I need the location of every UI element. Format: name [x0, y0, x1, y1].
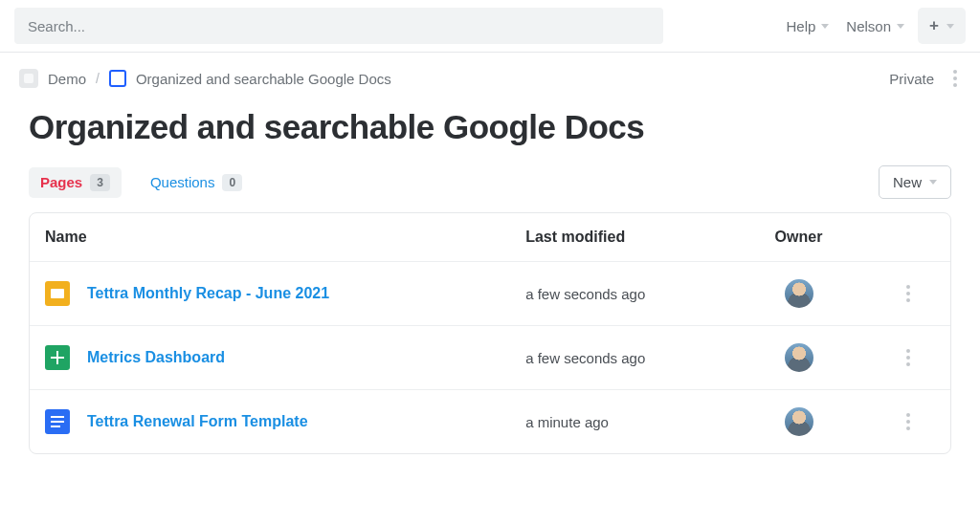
table-row: Tettra Renewal Form Template a minute ag… — [30, 389, 950, 453]
breadcrumb-current: Organized and searchable Google Docs — [136, 71, 391, 87]
tab-pages[interactable]: Pages 3 — [29, 167, 122, 198]
chevron-down-icon — [947, 24, 954, 29]
tab-row: Pages 3 Questions 0 New — [0, 165, 980, 212]
new-button-label: New — [893, 174, 922, 190]
plus-icon: + — [929, 16, 939, 35]
docs-icon — [45, 409, 70, 434]
chevron-down-icon — [929, 180, 937, 185]
avatar[interactable] — [785, 407, 813, 436]
sheets-icon — [45, 345, 70, 370]
avatar[interactable] — [785, 279, 813, 308]
avatar[interactable] — [785, 343, 813, 372]
workspace-icon — [19, 69, 38, 88]
breadcrumb-root[interactable]: Demo — [48, 71, 86, 87]
doc-table: Name Last modified Owner Tettra Monthly … — [29, 212, 951, 454]
doc-link[interactable]: Tettra Renewal Form Template — [87, 413, 308, 430]
col-modified: Last modified — [525, 229, 774, 246]
row-more-menu[interactable] — [902, 345, 914, 370]
tab-questions-label: Questions — [150, 174, 215, 190]
col-name: Name — [45, 229, 525, 246]
breadcrumb: Demo / Organized and searchable Google D… — [0, 53, 980, 91]
folder-icon — [109, 70, 126, 87]
new-button[interactable]: New — [879, 165, 951, 199]
tab-pages-count: 3 — [90, 174, 110, 191]
row-more-menu[interactable] — [902, 409, 914, 434]
table-header: Name Last modified Owner — [30, 213, 950, 261]
tab-questions-count: 0 — [222, 174, 242, 191]
table-row: Tettra Monthly Recap - June 2021 a few s… — [30, 261, 950, 325]
user-label: Nelson — [846, 18, 891, 34]
slides-icon — [45, 281, 70, 306]
search-input[interactable] — [14, 8, 663, 44]
page-title: Organized and searchable Google Docs — [0, 91, 980, 165]
doc-link[interactable]: Metrics Dashboard — [87, 349, 225, 366]
chevron-down-icon — [897, 24, 904, 29]
create-button[interactable]: + — [918, 8, 966, 44]
modified-cell: a minute ago — [525, 414, 774, 430]
topbar: Help Nelson + — [0, 0, 980, 53]
tab-questions[interactable]: Questions 0 — [139, 167, 254, 198]
row-more-menu[interactable] — [902, 281, 914, 306]
chevron-down-icon — [821, 24, 829, 29]
help-menu[interactable]: Help — [783, 12, 834, 40]
page-more-menu[interactable] — [949, 66, 961, 91]
col-owner: Owner — [775, 229, 882, 246]
table-row: Metrics Dashboard a few seconds ago — [30, 325, 950, 389]
help-label: Help — [787, 18, 816, 34]
visibility-label[interactable]: Private — [889, 71, 934, 87]
modified-cell: a few seconds ago — [525, 350, 774, 366]
tab-pages-label: Pages — [40, 174, 82, 190]
breadcrumb-separator: / — [96, 71, 100, 86]
modified-cell: a few seconds ago — [525, 286, 774, 302]
user-menu[interactable]: Nelson — [842, 12, 908, 40]
doc-link[interactable]: Tettra Monthly Recap - June 2021 — [87, 285, 329, 302]
